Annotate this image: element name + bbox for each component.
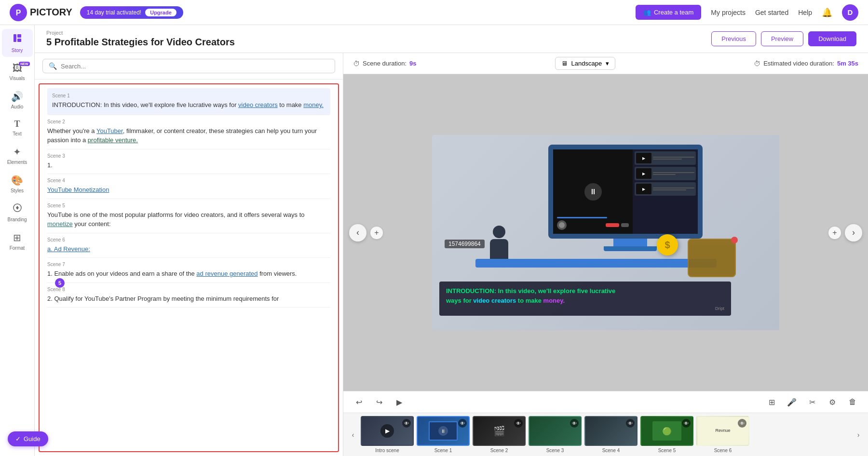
- add-right-button[interactable]: +: [828, 227, 841, 239]
- scene-block-5: Scene 5 YouTube is one of the most popul…: [47, 203, 330, 233]
- search-input[interactable]: [61, 63, 329, 70]
- my-projects-link[interactable]: My projects: [711, 9, 746, 16]
- scissors-button[interactable]: ✂: [804, 394, 820, 410]
- sidebar-item-styles[interactable]: 🎨 Styles: [2, 171, 33, 197]
- branding-label: Branding: [7, 217, 27, 222]
- preview-panel: ⏱ Scene duration: 9s 🖥 Landscape ▾ ⏱ Est…: [343, 53, 868, 456]
- settings-button[interactable]: ⚙: [825, 394, 840, 410]
- sidebar-item-format[interactable]: ⊞ Format: [2, 228, 33, 255]
- timeline-scene-6[interactable]: Revnue 👁 Scene 6: [696, 416, 749, 453]
- intro-label: Intro scene: [375, 448, 399, 453]
- intro-thumb: ▶ 👁: [361, 416, 414, 446]
- get-started-link[interactable]: Get started: [755, 9, 788, 16]
- scene-2-label: Scene 2: [47, 119, 330, 124]
- add-left-button[interactable]: +: [370, 227, 383, 239]
- search-bar: 🔍: [42, 59, 335, 73]
- scene5-overlay: 👁: [682, 419, 691, 428]
- timeline-prev-arrow[interactable]: ‹: [347, 429, 359, 441]
- svg-rect-4: [17, 39, 21, 42]
- scene-block-8: Scene 8 2. Qualify for YouTube's Partner…: [47, 287, 330, 308]
- chevron-down-icon: ▾: [606, 60, 609, 67]
- timeline-intro-scene[interactable]: ▶ 👁 Intro scene: [361, 416, 414, 453]
- estimated-label: Estimated video duration:: [763, 60, 834, 67]
- sidebar-item-story[interactable]: Story: [2, 29, 33, 57]
- estimated-clock-icon: ⏱: [754, 60, 760, 67]
- timeline-scene-1[interactable]: ⏸ 👁 Scene 1: [417, 416, 470, 453]
- sidebar-item-story-wrap: Story: [2, 29, 33, 57]
- monitor-platform: [475, 259, 717, 268]
- styles-icon: 🎨: [11, 174, 23, 186]
- scene-1-text[interactable]: INTRODUCTION: In this video, we'll explo…: [52, 100, 326, 110]
- undo-redo-group: ↩ ↪ ▶: [351, 394, 407, 410]
- header-actions: Previous Preview Download: [711, 31, 856, 46]
- scenes-list: Scene 1 INTRODUCTION: In this video, we'…: [39, 83, 339, 452]
- timeline-scene-2[interactable]: 🎬 👁 Scene 2: [473, 416, 526, 453]
- next-scene-arrow[interactable]: ›: [845, 224, 862, 241]
- user-silhouette: [490, 226, 508, 260]
- scene-block-6: Scene 6 a. Ad Revenue:: [47, 237, 330, 258]
- text-label: Text: [13, 131, 21, 136]
- logo[interactable]: P PICTORY: [10, 4, 72, 21]
- scene-5-text[interactable]: YouTube is one of the most popular platf…: [47, 210, 330, 229]
- orientation-value: Landscape: [571, 60, 602, 67]
- user-avatar[interactable]: D: [842, 4, 858, 21]
- previous-button[interactable]: Previous: [711, 31, 756, 46]
- scene-3-timeline-label: Scene 3: [546, 448, 564, 453]
- scene-7-text[interactable]: 1. Enable ads on your videos and earn a …: [47, 269, 330, 279]
- notification-icon[interactable]: 🔔: [822, 7, 832, 18]
- estimated-duration-info: ⏱ Estimated video duration: 5m 35s: [754, 60, 858, 67]
- redo-button[interactable]: ↪: [371, 394, 387, 410]
- scene3-overlay: 👁: [570, 419, 579, 428]
- scene-3-text[interactable]: 1.: [47, 161, 330, 170]
- delete-button[interactable]: 🗑: [845, 394, 860, 410]
- mic-button[interactable]: 🎤: [784, 394, 800, 410]
- scene-2-text[interactable]: Whether you're a YouTuber, filmmaker, or…: [47, 126, 330, 145]
- scene-4-text[interactable]: YouTube Monetization: [47, 185, 330, 195]
- scene6-overlay: 👁: [738, 419, 746, 428]
- timeline-next-arrow[interactable]: ›: [853, 429, 864, 441]
- new-badge: NEW: [19, 62, 29, 66]
- sidebar-item-elements[interactable]: ✦ Elements: [2, 142, 33, 169]
- scene-6-thumb: Revnue 👁: [696, 416, 749, 446]
- sidebar-item-audio[interactable]: 🔊 Audio: [2, 87, 33, 113]
- team-icon: 👥: [643, 9, 651, 16]
- landscape-icon: 🖥: [561, 60, 568, 67]
- orientation-selector[interactable]: 🖥 Landscape ▾: [555, 57, 616, 70]
- prev-scene-arrow[interactable]: ‹: [349, 224, 366, 241]
- project-header: Project 5 Profitable Strategies for Vide…: [35, 25, 868, 53]
- scene-6-text[interactable]: a. Ad Revenue:: [47, 244, 330, 254]
- preview-toolbar: ⏱ Scene duration: 9s 🖥 Landscape ▾ ⏱ Est…: [343, 53, 868, 74]
- project-title: 5 Profitable Strategies for Video Creato…: [46, 37, 235, 48]
- logo-text: PICTORY: [30, 7, 72, 18]
- caption-part3: to make: [516, 297, 543, 304]
- play-button[interactable]: ▶: [392, 394, 407, 410]
- preview-button[interactable]: Preview: [761, 31, 803, 46]
- monitor-illustration: ⏸: [548, 145, 712, 251]
- format-label: Format: [10, 245, 25, 251]
- guide-button[interactable]: ✓ Guide: [8, 431, 48, 446]
- styles-label: Styles: [11, 188, 24, 193]
- scene-4-timeline-label: Scene 4: [602, 448, 620, 453]
- elements-label: Elements: [7, 160, 27, 165]
- intro-overlay: 👁: [402, 419, 411, 428]
- layout-button[interactable]: ⊞: [764, 394, 779, 410]
- scene4-overlay: 👁: [626, 419, 635, 428]
- undo-button[interactable]: ↩: [351, 394, 366, 410]
- scene-4-label: Scene 4: [47, 178, 330, 183]
- caption-cyan-text: video creators: [473, 297, 516, 304]
- timeline-scene-3[interactable]: 👁 Scene 3: [529, 416, 582, 453]
- story-icon: [12, 33, 23, 46]
- download-button[interactable]: Download: [808, 31, 856, 46]
- timeline-scene-4[interactable]: 👁 Scene 4: [584, 416, 637, 453]
- content-area: Project 5 Profitable Strategies for Vide…: [35, 25, 868, 456]
- upgrade-button[interactable]: Upgrade: [145, 9, 176, 16]
- scene-5-label: Scene 5: [47, 203, 330, 208]
- help-link[interactable]: Help: [798, 9, 812, 16]
- create-team-button[interactable]: 👥 Create a team: [636, 5, 701, 20]
- scene-block-7-wrap: Scene 7 1. Enable ads on your videos and…: [47, 262, 330, 283]
- left-sidebar: Story NEW 🖼 Visuals 🔊 Audio T Text ✦ Ele…: [0, 25, 35, 456]
- scene-8-text[interactable]: 2. Qualify for YouTube's Partner Program…: [47, 294, 330, 304]
- sidebar-item-text[interactable]: T Text: [2, 115, 33, 140]
- timeline-scene-5[interactable]: 🟢 👁 Scene 5: [640, 416, 693, 453]
- sidebar-item-branding[interactable]: Branding: [2, 199, 33, 226]
